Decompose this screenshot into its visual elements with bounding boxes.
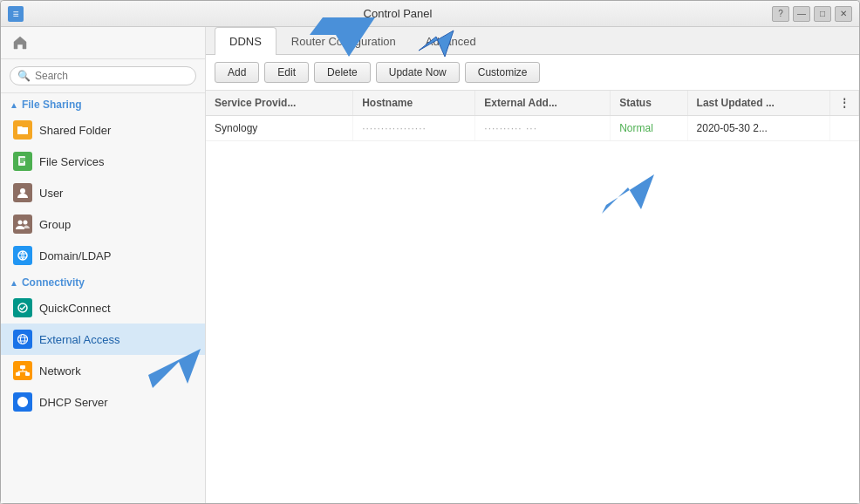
customize-button[interactable]: Customize	[465, 62, 541, 83]
section-label-file-sharing: File Sharing	[22, 99, 82, 111]
sidebar-item-network[interactable]: Network	[1, 355, 205, 386]
network-icon	[13, 361, 32, 380]
update-now-button[interactable]: Update Now	[376, 62, 460, 83]
sidebar-item-shared-folder[interactable]: Shared Folder	[1, 114, 205, 146]
edit-button[interactable]: Edit	[264, 62, 309, 83]
tab-router-configuration[interactable]: Router Configuration	[276, 27, 411, 55]
svg-point-1	[20, 188, 25, 194]
hostname-value: ·················	[362, 122, 427, 134]
toolbar: Add Edit Delete Update Now Customize	[206, 55, 859, 91]
svg-rect-11	[16, 372, 20, 376]
help-button[interactable]: ?	[772, 6, 789, 22]
user-icon	[13, 183, 32, 202]
sidebar-item-group[interactable]: Group	[1, 208, 205, 240]
delete-button[interactable]: Delete	[314, 62, 371, 83]
search-icon: 🔍	[17, 70, 31, 82]
table-header-row: Service Provid... Hostname External Add.…	[206, 91, 859, 116]
home-icon[interactable]	[10, 32, 31, 53]
sidebar-item-label-dhcp-server: DHCP Server	[39, 396, 108, 409]
sidebar-item-file-services[interactable]: File Services	[1, 146, 205, 177]
table-row[interactable]: Synology ················· ·········· ··…	[206, 116, 859, 141]
sidebar-home[interactable]	[1, 27, 205, 59]
cell-status: Normal	[611, 116, 687, 141]
sidebar-item-user[interactable]: User	[1, 177, 205, 208]
content-area: DDNS Router Configuration Advanced Add E…	[206, 27, 859, 503]
cell-service-provider: Synology	[206, 116, 353, 141]
cell-last-updated: 2020-05-30 2...	[687, 116, 829, 141]
col-hostname: Hostname	[353, 91, 475, 116]
cell-hostname: ·················	[353, 116, 475, 141]
col-external-address: External Add...	[475, 91, 611, 116]
chevron-icon: ▲	[10, 100, 18, 110]
sidebar-item-label-external-access: External Access	[39, 333, 120, 346]
table-container: Service Provid... Hostname External Add.…	[206, 91, 859, 503]
title-bar: ≡ Control Panel ? — □ ✕	[1, 1, 859, 27]
search-input[interactable]	[35, 70, 188, 82]
svg-point-3	[24, 221, 28, 225]
dhcp-server-icon	[13, 392, 32, 412]
sidebar-item-label-domain-ldap: Domain/LDAP	[39, 249, 111, 262]
quickconnect-icon	[13, 298, 32, 317]
col-more: ⋮	[830, 91, 859, 116]
tab-ddns[interactable]: DDNS	[215, 27, 276, 55]
sidebar-item-label-file-services: File Services	[39, 155, 104, 168]
cell-more	[830, 116, 859, 141]
svg-point-4	[18, 251, 27, 260]
sidebar-item-label-shared-folder: Shared Folder	[39, 124, 111, 137]
section-header-file-sharing[interactable]: ▲ File Sharing	[1, 93, 205, 114]
connectivity-chevron-icon: ▲	[10, 278, 18, 288]
col-service-provider: Service Provid...	[206, 91, 353, 116]
external-address-value: ·········· ···	[484, 122, 537, 134]
status-badge: Normal	[619, 122, 653, 134]
sidebar-item-external-access[interactable]: External Access	[1, 324, 205, 355]
external-access-icon	[13, 330, 32, 349]
sidebar-item-label-user: User	[39, 187, 63, 200]
section-header-connectivity[interactable]: ▲ Connectivity	[1, 271, 205, 292]
sidebar-item-label-quickconnect: QuickConnect	[39, 302, 111, 315]
sidebar-item-label-network: Network	[39, 364, 81, 378]
sidebar-item-dhcp-server[interactable]: DHCP Server	[1, 386, 205, 418]
svg-point-6	[18, 335, 28, 344]
ddns-table: Service Provid... Hostname External Add.…	[206, 91, 859, 141]
sidebar-item-quickconnect[interactable]: QuickConnect	[1, 292, 205, 324]
sidebar-search-container: 🔍	[1, 59, 205, 93]
tabs-bar: DDNS Router Configuration Advanced	[206, 27, 859, 55]
window-title: Control Panel	[364, 7, 433, 20]
tab-advanced[interactable]: Advanced	[411, 27, 491, 55]
sidebar: 🔍 ▲ File Sharing Shared Folder	[1, 27, 206, 503]
svg-point-2	[18, 221, 23, 225]
svg-rect-12	[25, 372, 30, 376]
section-label-connectivity: Connectivity	[22, 276, 85, 289]
svg-rect-10	[20, 365, 25, 369]
file-services-icon	[13, 152, 32, 171]
minimize-button[interactable]: —	[793, 6, 810, 22]
maximize-button[interactable]: □	[814, 6, 831, 22]
svg-point-7	[21, 335, 25, 344]
add-button[interactable]: Add	[215, 62, 259, 83]
domain-ldap-icon	[13, 246, 32, 265]
col-last-updated: Last Updated ...	[687, 91, 829, 116]
sidebar-item-domain-ldap[interactable]: Domain/LDAP	[1, 240, 205, 271]
group-icon	[13, 215, 32, 234]
sidebar-item-label-group: Group	[39, 218, 71, 231]
col-status: Status	[611, 91, 687, 116]
close-button[interactable]: ✕	[835, 6, 852, 22]
shared-folder-icon	[13, 120, 32, 140]
cell-external-address: ·········· ···	[475, 116, 611, 141]
app-icon: ≡	[8, 6, 24, 22]
